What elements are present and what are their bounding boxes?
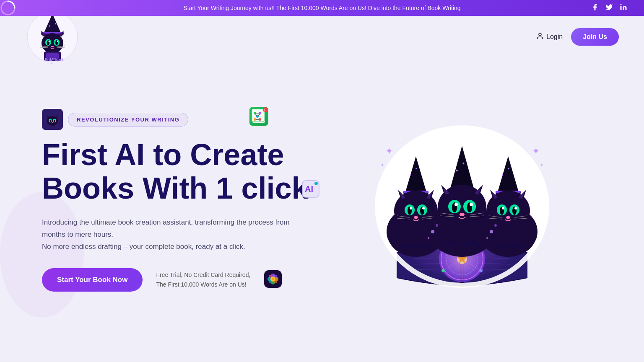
svg-point-18 — [49, 41, 50, 42]
svg-point-154 — [475, 242, 481, 247]
start-book-button[interactable]: Start Your Book Now — [42, 268, 143, 292]
svg-point-123 — [426, 245, 432, 249]
float-book-icon: ! — [247, 105, 270, 133]
svg-point-38 — [55, 120, 56, 121]
svg-point-20 — [51, 46, 54, 47]
svg-text:!: ! — [264, 109, 265, 112]
cta-row: Start Your Book Now Free Trial, No Credi… — [42, 268, 322, 292]
svg-point-181 — [501, 245, 507, 249]
svg-point-189 — [431, 230, 434, 233]
hero-title-line2: Books With 1 click — [42, 171, 309, 205]
float-flower-icon — [264, 270, 282, 290]
svg-point-51 — [259, 118, 261, 121]
banner-text: Start Your Writing Journey with us!! The… — [183, 5, 460, 11]
svg-text:✦: ✦ — [462, 162, 465, 165]
free-trial-line1: Free Trial, No Credit Card Required, — [156, 270, 250, 279]
svg-point-9 — [42, 33, 63, 53]
svg-point-111 — [414, 216, 418, 219]
login-label: Login — [546, 33, 563, 41]
logo[interactable]: ✦ ✦ — [25, 10, 80, 64]
svg-point-193 — [494, 224, 497, 227]
badge-label: REVOLUTIONIZE YOUR WRITING — [68, 113, 188, 127]
svg-point-142 — [460, 213, 465, 216]
svg-point-190 — [436, 224, 438, 227]
svg-point-71 — [272, 278, 274, 280]
twitter-icon[interactable] — [605, 3, 613, 13]
wizard-cats-image: ✦ ✦ — [372, 110, 552, 290]
svg-text:✦: ✦ — [380, 162, 384, 168]
hero-section: REVOLUTIONIZE YOUR WRITING — [0, 58, 644, 351]
svg-text:✦: ✦ — [409, 173, 412, 177]
hero-image-area: ✦ ✦ — [322, 106, 602, 295]
svg-point-192 — [490, 230, 493, 233]
svg-point-56 — [263, 107, 268, 112]
svg-point-44 — [254, 112, 256, 114]
linkedin-icon[interactable] — [620, 3, 627, 13]
svg-point-151 — [454, 242, 460, 247]
hero-content: REVOLUTIONIZE YOUR WRITING — [42, 109, 322, 291]
svg-text:✦: ✦ — [55, 23, 57, 25]
svg-text:✦: ✦ — [540, 162, 544, 168]
svg-text:✦: ✦ — [48, 24, 51, 28]
svg-rect-1 — [621, 6, 622, 10]
loader-icon — [0, 0, 16, 16]
wizard-cats-illustration: ✦ ✦ — [368, 106, 556, 295]
svg-point-194 — [486, 237, 488, 239]
join-button[interactable]: Join Us — [571, 28, 619, 46]
hero-desc-line1: Introducing the ultimate book creation a… — [42, 218, 290, 238]
navbar: ✦ ✦ — [0, 16, 644, 58]
svg-point-110 — [422, 207, 425, 209]
user-icon — [536, 32, 544, 42]
svg-point-172 — [506, 216, 510, 219]
hero-desc-line2: No more endless drafting – your complete… — [42, 243, 245, 251]
svg-point-60 — [314, 182, 318, 185]
hero-description: Introducing the ultimate book creation a… — [42, 217, 310, 253]
svg-text:✦: ✦ — [415, 167, 418, 170]
cat-badge-icon — [42, 109, 63, 130]
svg-text:✦: ✦ — [507, 167, 510, 170]
svg-point-170 — [502, 207, 504, 209]
hero-title: First AI to Create Books With 1 click — [42, 138, 322, 204]
svg-text:·: · — [467, 173, 467, 176]
top-banner: Start Your Writing Journey with us!! The… — [0, 0, 644, 16]
hero-title-line1: First AI to Create — [42, 138, 284, 171]
svg-text:AI: AI — [305, 184, 313, 194]
login-button[interactable]: Login — [536, 32, 563, 42]
svg-point-140 — [454, 203, 458, 206]
svg-point-50 — [254, 118, 256, 121]
svg-point-29 — [539, 33, 541, 36]
svg-point-2 — [621, 4, 622, 5]
nav-actions: Login Join Us — [536, 28, 619, 46]
svg-point-171 — [514, 207, 517, 209]
free-trial-line2: The First 10.000 Words Are on Us! — [156, 280, 250, 289]
social-links — [591, 3, 627, 13]
svg-point-141 — [470, 203, 473, 206]
svg-point-37 — [51, 120, 52, 121]
svg-point-45 — [259, 112, 261, 114]
svg-text:✦: ✦ — [455, 168, 459, 173]
svg-point-184 — [518, 245, 524, 249]
svg-point-109 — [410, 207, 412, 209]
float-ai-icon: AI — [302, 180, 319, 202]
svg-point-191 — [428, 237, 429, 239]
svg-point-19 — [57, 41, 58, 42]
logo-image: ✦ ✦ — [25, 10, 80, 64]
svg-text:✦: ✦ — [385, 146, 393, 156]
free-trial-text: Free Trial, No Credit Card Required, The… — [156, 270, 250, 289]
svg-text:✦: ✦ — [532, 146, 540, 156]
badge-row: REVOLUTIONIZE YOUR WRITING — [42, 109, 322, 130]
svg-text:✦: ✦ — [501, 173, 504, 177]
facebook-icon[interactable] — [591, 3, 599, 13]
svg-point-120 — [409, 245, 415, 249]
svg-point-39 — [52, 122, 53, 123]
